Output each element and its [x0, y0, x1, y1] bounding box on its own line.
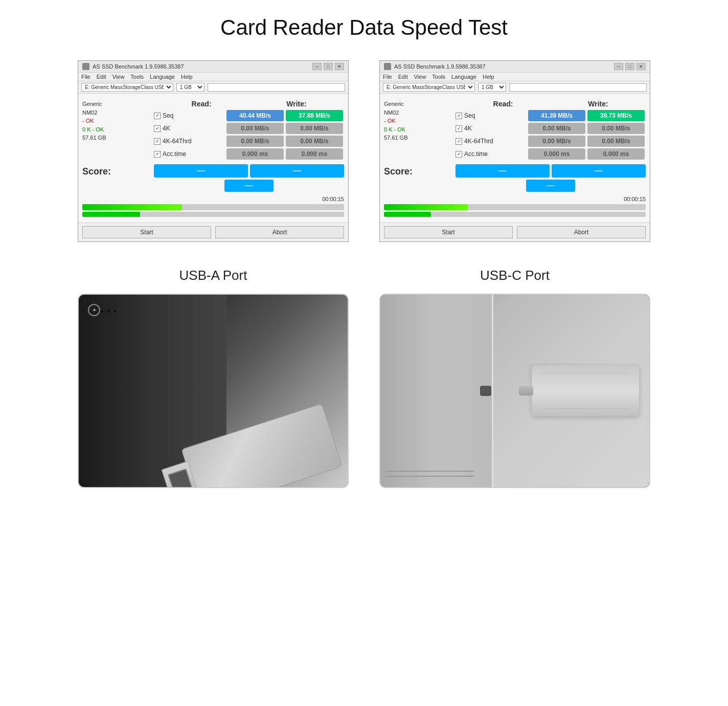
left-4k64-row: ✓ 4K-64Thrd 0.00 MB/s 0.00 MB/s — [154, 136, 344, 147]
left-score-section: Score: ---- ---- ---- — [82, 164, 344, 192]
maximize-btn-left[interactable]: □ — [324, 63, 333, 70]
right-acctime-row: ✓ Acc.time 0.000 ms 0.000 ms — [456, 148, 646, 160]
right-read-header: Read: — [456, 100, 551, 108]
left-4k-label: 4K — [163, 125, 170, 132]
right-progress-bar-2 — [384, 212, 646, 217]
right-button-row: Start Abort — [380, 223, 650, 241]
right-menu-bar: File Edit View Tools Language Help — [380, 73, 650, 81]
right-device-status1: - OK — [384, 117, 456, 125]
maximize-btn-right[interactable]: □ — [625, 63, 634, 70]
left-seq-read: 40.44 MB/s — [226, 110, 284, 121]
laptop-side — [380, 295, 493, 487]
right-4k64-checkbox[interactable]: ✓ — [456, 138, 462, 145]
menu-tools-left[interactable]: Tools — [130, 74, 144, 80]
right-4k-checkbox[interactable]: ✓ — [456, 125, 462, 132]
right-score-total: ---- — [526, 180, 575, 192]
right-progress-section: 00:00:15 — [384, 196, 646, 217]
right-score-label: Score: — [384, 164, 456, 177]
right-device-name: Generic — [384, 100, 456, 108]
right-acctime-read: 0.000 ms — [528, 148, 585, 160]
left-4k64-label: 4K-64Thrd — [163, 138, 192, 145]
benchmarks-row: AS SSD Benchmark 1.9.5986.35387 ─ □ ✕ Fi… — [78, 60, 650, 242]
left-acctime-checkbox[interactable]: ✓ — [154, 151, 161, 158]
close-btn-left[interactable]: ✕ — [335, 63, 344, 70]
left-score-total: ---- — [224, 180, 274, 192]
menu-help-right[interactable]: Help — [483, 74, 494, 80]
progress-toolbar-right — [509, 83, 647, 92]
right-4k64-write: 0.00 MB/s — [587, 136, 645, 147]
usbc-card-body — [532, 365, 639, 416]
size-select-right[interactable]: 1 GB — [478, 83, 506, 92]
left-acctime-read: 0.000 ms — [226, 148, 284, 160]
menu-help-left[interactable]: Help — [181, 74, 193, 80]
right-acctime-checkbox[interactable]: ✓ — [456, 151, 462, 158]
right-abort-button[interactable]: Abort — [517, 226, 646, 238]
progress-toolbar-left — [208, 83, 345, 92]
usbc-port-slot — [480, 386, 491, 396]
left-timer: 00:00:15 — [82, 196, 344, 202]
right-start-button[interactable]: Start — [384, 226, 513, 238]
left-progress-bar-1 — [82, 204, 344, 210]
right-seq-read: 41.39 MB/s — [528, 110, 585, 121]
left-benchmark-window: AS SSD Benchmark 1.9.5986.35387 ─ □ ✕ Fi… — [78, 60, 349, 242]
menu-language-left[interactable]: Language — [150, 74, 175, 80]
left-4k64-checkbox[interactable]: ✓ — [154, 138, 161, 145]
right-4k-write: 0.00 MB/s — [587, 123, 645, 134]
photos-row: ✦ — [78, 294, 650, 488]
right-4k-read: 0.00 MB/s — [528, 123, 585, 134]
left-acctime-row: ✓ Acc.time 0.000 ms 0.000 ms — [154, 148, 344, 160]
menu-tools-right[interactable]: Tools — [432, 74, 445, 80]
drive-select-left[interactable]: E: Generic MassStorageClass USB D — [81, 83, 173, 92]
right-write-header: Write: — [551, 100, 646, 108]
right-port-label: USB-C Port — [379, 268, 650, 283]
left-device-status2: 0 K - OK — [82, 125, 154, 134]
left-acctime-write: 0.000 ms — [286, 148, 343, 160]
menu-edit-left[interactable]: Edit — [97, 74, 106, 80]
left-4k-checkbox[interactable]: ✓ — [154, 125, 161, 132]
left-seq-write: 37.88 MB/s — [286, 110, 343, 121]
usba-photo: ✦ — [78, 294, 349, 488]
close-btn-right[interactable]: ✕ — [636, 63, 646, 70]
left-score-label: Score: — [82, 164, 154, 177]
menu-view-left[interactable]: View — [112, 74, 125, 80]
right-acctime-label: Acc.time — [464, 150, 488, 158]
right-4k64-row: ✓ 4K-64Thrd 0.00 MB/s 0.00 MB/s — [456, 136, 646, 147]
right-seq-checkbox[interactable]: ✓ — [456, 113, 462, 119]
right-window-title: AS SSD Benchmark 1.9.5986.35387 — [394, 63, 486, 70]
left-4k64-read: 0.00 MB/s — [226, 136, 284, 147]
right-4k-row: ✓ 4K 0.00 MB/s 0.00 MB/s — [456, 123, 646, 134]
menu-file-left[interactable]: File — [81, 74, 90, 80]
laptop-logo: ✦ — [88, 304, 100, 316]
port-labels-row: USB-A Port USB-C Port — [78, 268, 650, 283]
menu-file-right[interactable]: File — [383, 74, 392, 80]
right-title-bar: AS SSD Benchmark 1.9.5986.35387 ─ □ ✕ — [380, 61, 650, 73]
minimize-btn-right[interactable]: ─ — [614, 63, 623, 70]
left-abort-button[interactable]: Abort — [215, 226, 344, 238]
left-seq-checkbox[interactable]: ✓ — [154, 113, 161, 119]
left-port-label: USB-A Port — [78, 268, 349, 283]
page-title: Card Reader Data Speed Test — [220, 15, 508, 40]
right-progress-bar-1 — [384, 204, 646, 210]
left-4k-row: ✓ 4K 0.00 MB/s 0.00 MB/s — [154, 123, 344, 134]
menu-language-right[interactable]: Language — [451, 74, 476, 80]
size-select-left[interactable]: 1 GB — [176, 83, 204, 92]
menu-view-right[interactable]: View — [414, 74, 426, 80]
minimize-btn-left[interactable]: ─ — [312, 63, 322, 70]
right-4k-label: 4K — [464, 125, 472, 132]
left-title-bar: AS SSD Benchmark 1.9.5986.35387 ─ □ ✕ — [78, 61, 348, 73]
left-4k-read: 0.00 MB/s — [226, 123, 284, 134]
right-device-status2: 0 K - OK — [384, 125, 456, 134]
left-score-read: ---- — [154, 164, 248, 178]
left-4k64-write: 0.00 MB/s — [286, 136, 343, 147]
left-seq-label: Seq — [163, 112, 173, 119]
left-window-title: AS SSD Benchmark 1.9.5986.35387 — [93, 63, 184, 70]
right-4k64-label: 4K-64Thrd — [464, 138, 493, 145]
right-seq-label: Seq — [464, 112, 475, 119]
left-start-button[interactable]: Start — [82, 226, 211, 238]
left-device-name: Generic — [82, 100, 154, 108]
menu-edit-right[interactable]: Edit — [398, 74, 408, 80]
left-menu-bar: File Edit View Tools Language Help — [78, 73, 348, 81]
left-progress-bar-2 — [82, 212, 344, 217]
right-timer: 00:00:15 — [384, 196, 646, 202]
drive-select-right[interactable]: E: Generic MassStorageClass USB D — [383, 83, 475, 92]
